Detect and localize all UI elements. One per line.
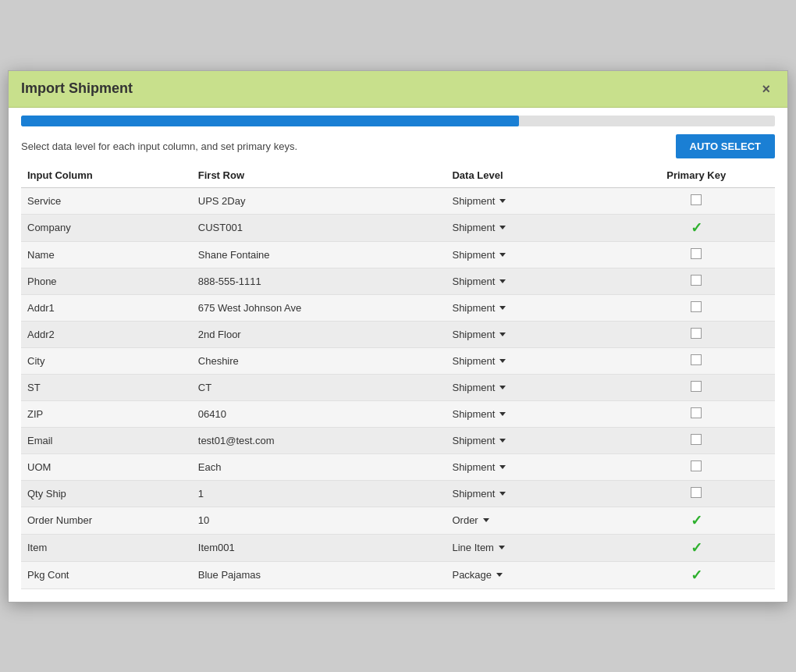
- data-level-text: Order: [452, 514, 478, 526]
- primary-key-checkbox[interactable]: [691, 381, 702, 392]
- primary-key-checkmark[interactable]: ✓: [691, 567, 702, 583]
- data-level-text: Shipment: [452, 222, 495, 233]
- table-row: Addr1675 West Johnson AveShipment: [21, 294, 775, 321]
- cell-input-column: ZIP: [21, 400, 192, 427]
- cell-primary-key[interactable]: [617, 241, 775, 268]
- primary-key-checkbox[interactable]: [691, 434, 702, 445]
- primary-key-checkbox[interactable]: [691, 328, 702, 339]
- data-level-dropdown-arrow[interactable]: [499, 306, 506, 310]
- cell-data-level[interactable]: Package: [446, 561, 617, 588]
- cell-primary-key[interactable]: ✓: [617, 214, 775, 241]
- data-level-dropdown-arrow[interactable]: [499, 412, 506, 416]
- cell-data-level[interactable]: Shipment: [446, 427, 617, 453]
- cell-data-level[interactable]: Shipment: [446, 374, 617, 400]
- cell-input-column: Addr2: [21, 321, 192, 347]
- data-level-dropdown-arrow[interactable]: [499, 199, 506, 203]
- data-level-text: Shipment: [452, 329, 495, 340]
- cell-primary-key[interactable]: [617, 347, 775, 374]
- primary-key-checkmark[interactable]: ✓: [691, 220, 702, 236]
- table-row: ItemItem001Line Item✓: [21, 534, 775, 561]
- cell-primary-key[interactable]: [617, 400, 775, 427]
- cell-first-row: 675 West Johnson Ave: [192, 294, 446, 321]
- data-level-dropdown-arrow[interactable]: [499, 439, 506, 443]
- data-level-dropdown-arrow[interactable]: [483, 518, 489, 522]
- cell-primary-key[interactable]: [617, 374, 775, 400]
- cell-primary-key[interactable]: [617, 427, 775, 453]
- col-header-input-column: Input Column: [21, 165, 192, 188]
- data-level-dropdown-arrow[interactable]: [499, 492, 506, 496]
- cell-first-row: 06410: [192, 400, 446, 427]
- cell-primary-key[interactable]: [617, 268, 775, 294]
- cell-first-row: CUST001: [192, 214, 446, 241]
- cell-primary-key[interactable]: [617, 294, 775, 321]
- cell-data-level[interactable]: Shipment: [446, 241, 617, 268]
- cell-primary-key[interactable]: [617, 480, 775, 507]
- close-button[interactable]: ×: [757, 80, 775, 98]
- data-level-dropdown-arrow[interactable]: [499, 546, 505, 549]
- cell-primary-key[interactable]: ✓: [617, 507, 775, 534]
- cell-input-column: Pkg Cont: [21, 561, 192, 588]
- cell-data-level[interactable]: Shipment: [446, 480, 617, 507]
- cell-primary-key[interactable]: [617, 321, 775, 347]
- table-row: ZIP06410Shipment: [21, 400, 775, 427]
- cell-first-row: test01@test.com: [192, 427, 446, 453]
- data-level-text: Shipment: [452, 249, 495, 261]
- primary-key-checkbox[interactable]: [691, 487, 702, 498]
- data-level-dropdown-arrow[interactable]: [499, 332, 506, 336]
- progress-bar-container: [21, 116, 775, 126]
- cell-data-level[interactable]: Line Item: [446, 534, 617, 561]
- cell-first-row: 888-555-1111: [192, 268, 446, 294]
- cell-first-row: 2nd Floor: [192, 321, 446, 347]
- table-row: Phone888-555-1111Shipment: [21, 268, 775, 294]
- cell-input-column: Item: [21, 534, 192, 561]
- table-row: Order Number10Order✓: [21, 507, 775, 534]
- cell-primary-key[interactable]: ✓: [617, 561, 775, 588]
- dialog-header: Import Shipment ×: [9, 71, 787, 108]
- cell-first-row: Item001: [192, 534, 446, 561]
- table-row: CompanyCUST001Shipment✓: [21, 214, 775, 241]
- table-row: ServiceUPS 2DayShipment: [21, 187, 775, 214]
- cell-input-column: Service: [21, 187, 192, 214]
- primary-key-checkbox[interactable]: [691, 407, 702, 418]
- primary-key-checkbox[interactable]: [691, 301, 702, 312]
- data-level-dropdown-arrow[interactable]: [499, 359, 506, 363]
- data-level-dropdown-arrow[interactable]: [499, 253, 506, 257]
- cell-primary-key[interactable]: [617, 187, 775, 214]
- data-level-dropdown-arrow[interactable]: [496, 573, 503, 577]
- cell-data-level[interactable]: Shipment: [446, 400, 617, 427]
- table-row: UOMEachShipment: [21, 453, 775, 480]
- data-level-dropdown-arrow[interactable]: [499, 226, 506, 229]
- cell-input-column: UOM: [21, 453, 192, 480]
- col-header-data-level: Data Level: [446, 165, 617, 188]
- cell-first-row: Blue Pajamas: [192, 561, 446, 588]
- cell-data-level[interactable]: Order: [446, 507, 617, 534]
- primary-key-checkmark[interactable]: ✓: [691, 540, 702, 556]
- cell-data-level[interactable]: Shipment: [446, 321, 617, 347]
- data-level-dropdown-arrow[interactable]: [499, 279, 506, 283]
- auto-select-button[interactable]: AUTO SELECT: [676, 134, 776, 158]
- primary-key-checkbox[interactable]: [691, 275, 702, 286]
- primary-key-checkmark[interactable]: ✓: [691, 513, 702, 528]
- primary-key-checkbox[interactable]: [691, 194, 702, 205]
- cell-data-level[interactable]: Shipment: [446, 453, 617, 480]
- cell-primary-key[interactable]: ✓: [617, 534, 775, 561]
- cell-data-level[interactable]: Shipment: [446, 187, 617, 214]
- cell-primary-key[interactable]: [617, 453, 775, 480]
- col-header-first-row: First Row: [192, 165, 446, 188]
- table-wrapper: Input Column First Row Data Level Primar…: [9, 165, 787, 602]
- primary-key-checkbox[interactable]: [691, 248, 702, 259]
- primary-key-checkbox[interactable]: [691, 460, 702, 471]
- cell-data-level[interactable]: Shipment: [446, 294, 617, 321]
- cell-input-column: ST: [21, 374, 192, 400]
- primary-key-checkbox[interactable]: [691, 354, 702, 365]
- data-level-dropdown-arrow[interactable]: [499, 386, 506, 389]
- data-level-text: Package: [452, 569, 492, 581]
- data-level-text: Line Item: [452, 542, 493, 553]
- cell-input-column: City: [21, 347, 192, 374]
- cell-data-level[interactable]: Shipment: [446, 268, 617, 294]
- cell-input-column: Email: [21, 427, 192, 453]
- cell-data-level[interactable]: Shipment: [446, 214, 617, 241]
- table-row: NameShane FontaineShipment: [21, 241, 775, 268]
- cell-data-level[interactable]: Shipment: [446, 347, 617, 374]
- data-level-dropdown-arrow[interactable]: [499, 465, 506, 469]
